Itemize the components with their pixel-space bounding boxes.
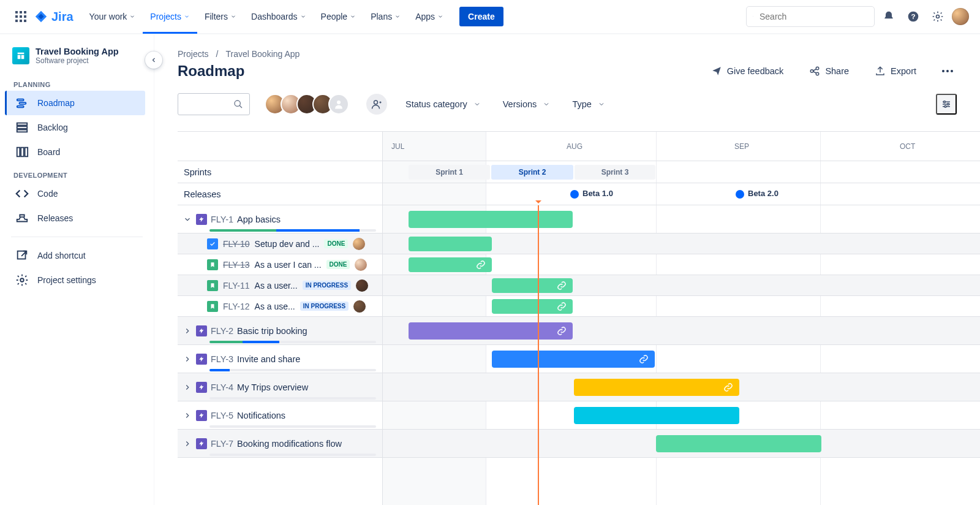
nav-projects[interactable]: Projects <box>143 0 197 34</box>
epic-icon <box>196 382 207 393</box>
svg-point-33 <box>948 104 949 105</box>
view-settings-button[interactable] <box>936 94 957 115</box>
epic-bar-fly-7[interactable] <box>656 435 821 452</box>
assignee-filter[interactable] <box>265 94 349 115</box>
sidebar-item-releases[interactable]: Releases <box>7 206 147 230</box>
search-input[interactable] <box>758 11 868 22</box>
epic-row-fly-3[interactable]: FLY-3 Invite and share <box>178 345 382 373</box>
issue-row-fly-12[interactable]: FLY-12As a use...IN PROGRESS <box>178 296 382 317</box>
epic-row-fly-7[interactable]: FLY-7 Booking modifications flow <box>178 430 382 458</box>
breadcrumb-project[interactable]: Travel Booking App <box>225 49 300 59</box>
sprint-sprint-1[interactable]: Sprint 1 <box>409 165 490 180</box>
versions-filter[interactable]: Versions <box>499 99 554 110</box>
issue-bar-fly-12[interactable] <box>492 299 573 314</box>
epic-icon <box>196 410 207 421</box>
nav-filters[interactable]: Filters <box>197 0 244 34</box>
type-filter[interactable]: Type <box>568 99 608 110</box>
epic-bar-fly-5[interactable] <box>574 407 739 424</box>
jira-logo[interactable]: Jira <box>34 10 74 24</box>
notifications-icon[interactable] <box>878 6 899 27</box>
svg-point-13 <box>937 15 940 18</box>
global-search[interactable] <box>746 6 875 27</box>
issue-row-fly-13[interactable]: FLY-13As a user I can ...DONE <box>178 254 382 275</box>
expand-toggle[interactable] <box>183 326 192 336</box>
nav-dashboards[interactable]: Dashboards <box>244 0 314 34</box>
sprint-sprint-3[interactable]: Sprint 3 <box>575 165 655 180</box>
svg-rect-23 <box>18 251 26 259</box>
issue-bar-fly-13[interactable] <box>409 257 492 272</box>
top-nav: Jira Your work Projects Filters Dashboar… <box>0 0 980 34</box>
release-beta-1-0[interactable]: Beta 1.0 <box>582 189 613 198</box>
status-badge: DONE <box>326 260 350 269</box>
status-category-filter[interactable]: Status category <box>402 99 484 110</box>
app-switcher-icon[interactable] <box>11 7 31 26</box>
more-actions-button[interactable] <box>938 69 957 73</box>
sprint-sprint-2[interactable]: Sprint 2 <box>491 165 573 180</box>
svg-rect-4 <box>20 15 22 18</box>
assignee-avatar[interactable] <box>353 238 365 250</box>
expand-toggle[interactable] <box>183 439 192 449</box>
share-button[interactable]: Share <box>805 65 853 77</box>
help-icon[interactable]: ? <box>903 6 924 27</box>
status-badge: IN PROGRESS <box>303 281 351 290</box>
assignee-avatar[interactable] <box>356 279 368 292</box>
expand-toggle[interactable] <box>183 411 192 420</box>
epic-bar-fly-1[interactable] <box>409 211 573 228</box>
svg-rect-19 <box>17 130 28 132</box>
issue-bar-fly-11[interactable] <box>492 278 573 293</box>
sidebar-item-backlog[interactable]: Backlog <box>7 115 147 140</box>
svg-rect-17 <box>17 123 28 126</box>
breadcrumb-projects[interactable]: Projects <box>178 49 209 59</box>
epic-icon <box>196 438 207 449</box>
epic-row-fly-5[interactable]: FLY-5 Notifications <box>178 401 382 430</box>
release-beta-2-0[interactable]: Beta 2.0 <box>748 189 778 198</box>
project-type: Software project <box>36 56 119 65</box>
epic-row-fly-1[interactable]: FLY-1 App basics <box>178 205 382 234</box>
releases-row-label: Releases <box>178 183 382 205</box>
expand-toggle[interactable] <box>183 382 192 392</box>
nav-plans[interactable]: Plans <box>363 0 408 34</box>
sidebar-item-code[interactable]: Code <box>7 181 147 206</box>
export-button[interactable]: Export <box>871 65 920 77</box>
task-icon <box>207 238 218 249</box>
issue-bar-fly-10[interactable] <box>409 237 492 251</box>
sidebar-item-roadmap[interactable]: Roadmap <box>5 91 145 115</box>
svg-rect-2 <box>24 11 26 13</box>
assignee-avatar[interactable] <box>355 259 367 271</box>
epic-row-fly-2[interactable]: FLY-2 Basic trip booking <box>178 317 382 345</box>
nav-people[interactable]: People <box>314 0 364 34</box>
svg-rect-22 <box>25 148 28 157</box>
svg-point-27 <box>816 72 820 75</box>
epic-row-fly-4[interactable]: FLY-4 My Trips overview <box>178 373 382 401</box>
collapse-sidebar-button[interactable] <box>145 51 162 69</box>
add-person-button[interactable] <box>366 94 387 115</box>
svg-point-31 <box>374 101 378 104</box>
epic-bar-fly-4[interactable] <box>574 379 739 396</box>
create-button[interactable]: Create <box>459 7 503 26</box>
assignee-avatar[interactable] <box>353 300 366 313</box>
epic-bar-fly-3[interactable] <box>492 351 655 368</box>
project-icon <box>12 47 29 64</box>
issue-row-fly-11[interactable]: FLY-11As a user...IN PROGRESS <box>178 275 382 296</box>
profile-avatar[interactable] <box>952 8 969 25</box>
epic-icon <box>196 325 207 336</box>
epic-bar-fly-2[interactable] <box>409 322 573 340</box>
nav-apps[interactable]: Apps <box>408 0 451 34</box>
svg-point-24 <box>20 278 24 282</box>
expand-toggle[interactable] <box>183 215 192 224</box>
story-icon <box>207 301 218 312</box>
roadmap-search[interactable] <box>178 93 250 115</box>
settings-icon[interactable] <box>927 6 948 27</box>
give-feedback-button[interactable]: Give feedback <box>707 65 788 77</box>
svg-rect-1 <box>20 11 22 13</box>
sidebar-project-settings[interactable]: Project settings <box>7 268 147 292</box>
svg-point-9 <box>753 17 753 17</box>
expand-toggle[interactable] <box>183 354 192 364</box>
svg-rect-20 <box>17 148 20 157</box>
issue-row-fly-10[interactable]: FLY-10Setup dev and ...DONE <box>178 234 382 254</box>
development-section-header: DEVELOPMENT <box>5 164 149 181</box>
sidebar-add-shortcut[interactable]: Add shortcut <box>7 243 147 268</box>
releases-track: Beta 1.0Beta 2.0 <box>383 183 980 205</box>
sidebar-item-board[interactable]: Board <box>7 140 147 164</box>
nav-your-work[interactable]: Your work <box>82 0 143 34</box>
